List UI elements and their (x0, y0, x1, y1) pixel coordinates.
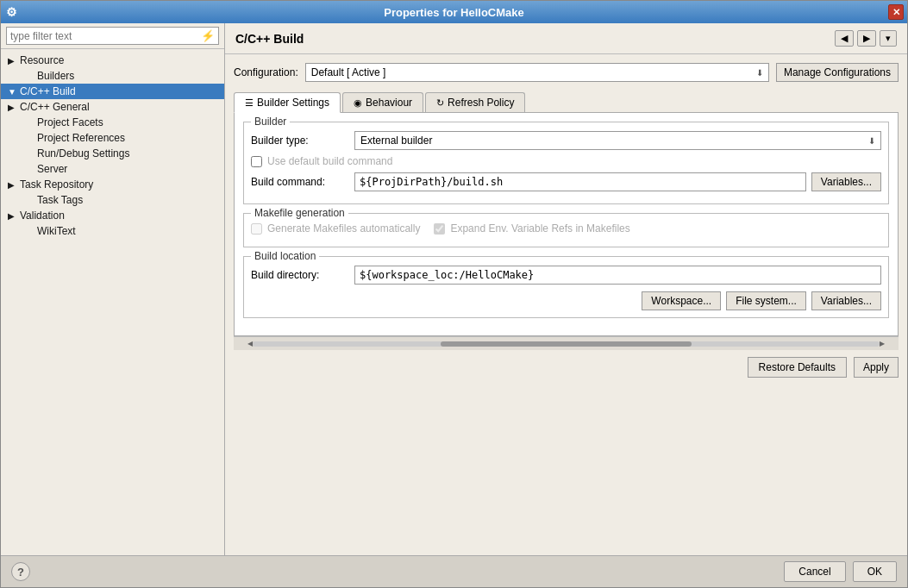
config-value: Default [ Active ] (311, 66, 756, 78)
arrow-icon: ▶ (8, 56, 20, 66)
generate-makefiles-row: Generate Makefiles automatically (251, 222, 420, 235)
behaviour-icon: ◉ (354, 97, 362, 109)
tab-refresh-policy-label: Refresh Policy (448, 97, 514, 109)
tree: ▶ Resource Builders ▼ C/C++ Build ▶ C/C+… (1, 49, 224, 555)
panel-header: C/C++ Build ◀ ▶ ▾ (225, 23, 907, 54)
build-location-section: Build location Build directory: Workspac… (243, 256, 889, 318)
sidebar-item-project-references[interactable]: Project References (1, 130, 224, 146)
build-command-variables-button[interactable]: Variables... (811, 172, 881, 191)
horizontal-scrollbar[interactable]: ◀ ▶ (234, 336, 899, 350)
sidebar-item-builders[interactable]: Builders (1, 68, 224, 84)
makefile-section: Makefile generation Generate Makefiles a… (243, 213, 889, 247)
config-select[interactable]: Default [ Active ] ⬇ (305, 63, 769, 82)
tabs: ☰ Builder Settings ◉ Behaviour ↻ Refresh… (234, 92, 899, 113)
build-directory-label: Build directory: (251, 269, 354, 281)
expand-env-checkbox[interactable] (434, 223, 445, 235)
panel-footer-buttons: Restore Defaults Apply (234, 350, 899, 381)
nav-buttons: ◀ ▶ ▾ (835, 30, 897, 47)
sidebar-item-resource[interactable]: ▶ Resource (1, 53, 224, 68)
filter-icon: ⚡ (201, 29, 215, 42)
generate-makefiles-checkbox[interactable] (251, 223, 262, 235)
panel-title: C/C++ Build (235, 32, 304, 46)
tab-refresh-policy[interactable]: ↻ Refresh Policy (425, 92, 525, 112)
title-bar: ⚙ Properties for HelloCMake ✕ (1, 1, 907, 23)
dialog-footer: ? Cancel OK (1, 555, 907, 587)
sidebar-item-project-facets[interactable]: Project Facets (1, 115, 224, 130)
expand-env-label: Expand Env. Variable Refs in Makefiles (450, 222, 629, 235)
chevron-down-icon: ⬇ (756, 68, 763, 78)
sidebar-item-run-debug[interactable]: Run/Debug Settings (1, 146, 224, 161)
config-row: Configuration: Default [ Active ] ⬇ Mana… (234, 63, 899, 82)
tab-behaviour[interactable]: ◉ Behaviour (342, 92, 423, 112)
expand-env-row: Expand Env. Variable Refs in Makefiles (434, 222, 629, 235)
arrow-icon: ▶ (8, 180, 20, 190)
use-default-row: Use default build command (251, 155, 881, 167)
panel-body: Configuration: Default [ Active ] ⬇ Mana… (225, 54, 907, 555)
scroll-right-icon[interactable]: ▶ (880, 340, 885, 347)
sidebar-item-task-repository[interactable]: ▶ Task Repository (1, 177, 224, 192)
build-command-label: Build command: (251, 176, 354, 188)
close-button[interactable]: ✕ (888, 4, 904, 20)
sidebar-item-wikitext[interactable]: WikiText (1, 223, 224, 239)
builder-section: Builder Builder type: External builder ⬇… (243, 122, 889, 204)
build-command-input[interactable] (354, 172, 806, 191)
sidebar: ⚡ ▶ Resource Builders ▼ C/C++ Build (1, 23, 225, 555)
dialog-action-buttons: Cancel OK (784, 561, 897, 582)
cancel-button[interactable]: Cancel (784, 561, 845, 582)
build-location-buttons: Workspace... File system... Variables... (251, 291, 881, 310)
help-button[interactable]: ? (11, 562, 30, 581)
arrow-icon: ▶ (8, 211, 20, 221)
config-label: Configuration: (234, 66, 298, 78)
builder-type-value: External builder (360, 134, 868, 147)
builder-type-label: Builder type: (251, 134, 354, 147)
nav-back-button[interactable]: ◀ (835, 30, 854, 47)
sidebar-item-validation[interactable]: ▶ Validation (1, 208, 224, 223)
builder-type-dropdown-icon: ⬇ (868, 136, 875, 146)
apply-button[interactable]: Apply (854, 357, 899, 378)
makefile-section-legend: Makefile generation (251, 207, 348, 219)
build-directory-row: Build directory: (251, 266, 881, 285)
window-icon: ⚙ (6, 5, 17, 19)
workspace-button[interactable]: Workspace... (642, 291, 721, 310)
nav-forward-button[interactable]: ▶ (857, 30, 876, 47)
tab-behaviour-label: Behaviour (366, 97, 412, 109)
right-panel: C/C++ Build ◀ ▶ ▾ Configuration: Default… (225, 23, 907, 555)
builder-type-row: Builder type: External builder ⬇ (251, 131, 881, 150)
main-content: ⚡ ▶ Resource Builders ▼ C/C++ Build (1, 23, 907, 555)
sidebar-item-cpp-general[interactable]: ▶ C/C++ General (1, 99, 224, 115)
tab-builder-settings[interactable]: ☰ Builder Settings (234, 92, 341, 113)
build-location-legend: Build location (251, 250, 319, 262)
build-directory-input[interactable] (354, 266, 881, 285)
tab-content: Builder Builder type: External builder ⬇… (234, 113, 899, 336)
build-command-row: Build command: Variables... (251, 172, 881, 191)
sidebar-item-task-tags[interactable]: Task Tags (1, 192, 224, 208)
properties-window: ⚙ Properties for HelloCMake ✕ ⚡ ▶ Resour… (0, 0, 908, 588)
generate-makefiles-label: Generate Makefiles automatically (267, 222, 420, 235)
nav-dropdown-button[interactable]: ▾ (880, 30, 897, 47)
builder-settings-icon: ☰ (245, 97, 254, 109)
refresh-icon: ↻ (436, 97, 444, 109)
location-variables-button[interactable]: Variables... (811, 291, 881, 310)
sidebar-item-server[interactable]: Server (1, 161, 224, 177)
window-title: Properties for HelloCMake (384, 6, 524, 19)
use-default-checkbox[interactable] (251, 156, 262, 167)
builder-type-select[interactable]: External builder ⬇ (354, 131, 881, 150)
scrollbar-track[interactable] (253, 341, 880, 347)
filter-input[interactable] (10, 30, 201, 42)
restore-defaults-button[interactable]: Restore Defaults (748, 357, 847, 378)
scrollbar-thumb[interactable] (441, 341, 692, 347)
filesystem-button[interactable]: File system... (726, 291, 806, 310)
ok-button[interactable]: OK (853, 561, 897, 582)
arrow-icon: ▶ (8, 103, 20, 112)
arrow-icon: ▼ (8, 87, 20, 97)
tab-builder-settings-label: Builder Settings (257, 97, 329, 109)
filter-box: ⚡ (1, 23, 224, 49)
use-default-label: Use default build command (267, 155, 392, 167)
builder-section-legend: Builder (251, 116, 290, 128)
sidebar-item-cpp-build[interactable]: ▼ C/C++ Build (1, 84, 224, 99)
manage-configurations-button[interactable]: Manage Configurations (776, 63, 899, 82)
filter-input-wrap[interactable]: ⚡ (6, 27, 219, 45)
